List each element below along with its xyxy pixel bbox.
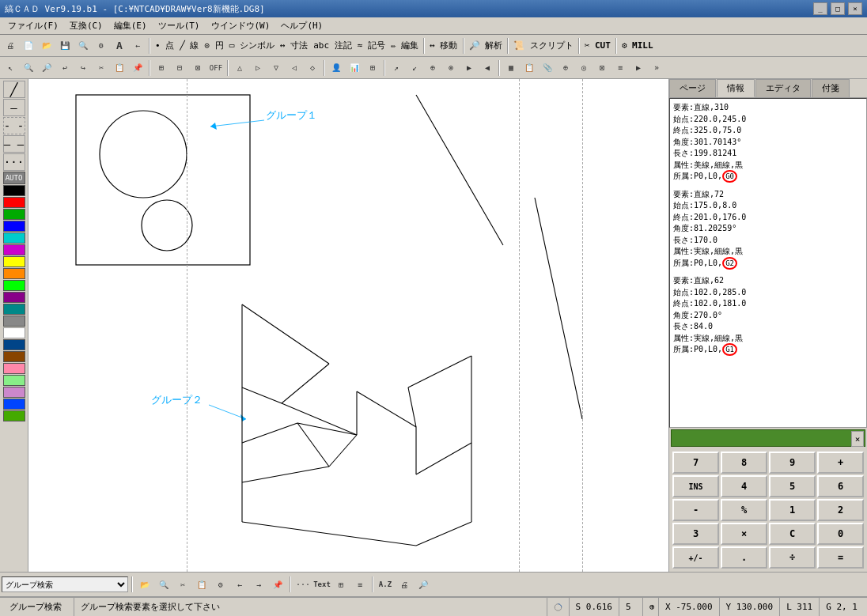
tab-editor[interactable]: エディタ [755,79,811,97]
analyze-label[interactable]: 🔎 解析 [467,40,505,51]
bt-folder-icon[interactable]: 📂 [136,576,153,593]
diag2-icon[interactable]: ↙ [406,59,423,77]
bt-dots-icon[interactable]: ··· [294,576,312,593]
num-ins-btn[interactable]: INS [672,475,719,497]
line-label[interactable]: ╱ 線 [177,40,201,51]
color-lime[interactable] [3,280,25,291]
redo-icon[interactable]: ↪ [74,59,92,77]
paste-icon[interactable]: 📌 [129,59,146,77]
num-c-btn[interactable]: C [769,523,816,545]
cut2-icon[interactable]: ✂ [93,59,110,77]
open-icon[interactable]: 📂 [38,37,55,55]
close-button[interactable]: × [848,2,862,15]
user-icon[interactable]: 👤 [327,59,345,77]
circ-icon[interactable]: ⊕ [557,59,574,77]
symbol-label[interactable]: ▭ シンボル [227,40,277,51]
num-plus-btn[interactable]: + [817,452,864,474]
play-icon[interactable]: ▶ [460,59,478,77]
num-sign-btn[interactable]: +/- [672,546,719,569]
bt-cut-icon[interactable]: ✂ [174,576,191,593]
off-icon[interactable]: OFF [207,59,225,77]
list-icon[interactable]: ≡ [611,59,629,77]
canvas-area[interactable]: グループ１ グループ２ [28,79,669,572]
tab-info[interactable]: 情報 [717,79,755,97]
num-7-btn[interactable]: 7 [672,452,719,474]
color-navy[interactable] [3,339,25,350]
zoom-in-icon[interactable]: 🔍 [20,59,37,77]
color-white[interactable] [3,327,25,338]
color-gray[interactable] [3,316,25,327]
mark-label[interactable]: ≈ 記号 [355,40,388,51]
green-bar-close[interactable]: × [851,431,864,447]
layer-icon[interactable]: ⊠ [189,59,206,77]
num-2-btn[interactable]: 2 [817,499,864,521]
undo-icon[interactable]: ↩ [56,59,74,77]
grid2-icon[interactable]: ⊞ [364,59,381,77]
color-red[interactable] [3,197,25,208]
color-magenta[interactable] [3,244,25,255]
move-label[interactable]: ↔ 移動 [427,40,460,51]
print-icon[interactable]: 🖨 [2,37,19,55]
x2-icon[interactable]: ⊠ [593,59,611,77]
shape2-icon[interactable]: ▷ [249,59,267,77]
edit-label[interactable]: ✏ 編集 [388,40,421,51]
draw-tool-1[interactable]: ╱ [3,81,25,98]
cross2-icon[interactable]: ⊗ [442,59,460,77]
diag1-icon[interactable]: ↗ [388,59,405,77]
chart-icon[interactable]: 📊 [346,59,363,77]
menu-tool[interactable]: ツール(T) [153,18,205,33]
menu-window[interactable]: ウインドウ(W) [206,18,275,33]
cross1-icon[interactable]: ⊕ [424,59,441,77]
line-style-1[interactable]: — [3,99,25,116]
bt-sort2-icon[interactable]: ≡ [351,576,369,593]
color-cyan[interactable] [3,232,25,244]
bt-az-icon[interactable]: A.Z [377,576,394,593]
new-icon[interactable]: 📄 [20,37,37,55]
shape3-icon[interactable]: ▽ [267,59,285,77]
menu-compat[interactable]: 互換(C) [65,18,108,33]
dim-label[interactable]: ↔ 寸法 [278,40,310,51]
num-0-btn[interactable]: 0 [817,523,864,545]
copy2-icon[interactable]: 📋 [521,59,538,77]
color-yellow[interactable] [3,256,25,267]
line-style-3[interactable]: – – [3,135,25,153]
bt-pin-icon[interactable]: 📌 [269,576,286,593]
bt-arrow-r-icon[interactable]: → [250,576,267,593]
save-icon[interactable]: 💾 [56,37,74,55]
num-3-btn[interactable]: 3 [672,523,719,545]
num-mul-btn[interactable]: × [721,523,767,545]
grid-icon[interactable]: ⊞ [153,59,170,77]
shape5-icon[interactable]: ◇ [304,59,321,77]
num-div-btn[interactable]: ÷ [769,546,816,569]
filter-icon[interactable]: ⊟ [171,59,188,77]
right-info-panel[interactable]: 要素:直線,310 始点:220.0,245.0 終点:325.0,75.0 角… [669,98,867,428]
color-brown[interactable] [3,351,25,362]
canvas-svg[interactable]: グループ１ グループ２ [28,79,668,572]
mill-label[interactable]: ⚙ MILL [619,40,656,51]
back-icon[interactable]: ← [129,37,146,55]
num-8-btn[interactable]: 8 [721,452,767,474]
num-minus-btn[interactable]: - [672,499,719,521]
back3-icon[interactable]: ◀ [479,59,496,77]
target-icon[interactable]: ◎ [575,59,593,77]
color-orange[interactable] [3,268,25,279]
menu-file[interactable]: ファイル(F) [3,18,63,33]
text-icon[interactable]: A [111,37,128,55]
sel-icon[interactable]: ↖ [2,59,19,77]
copy-icon[interactable]: 📋 [111,59,128,77]
settings-icon[interactable]: ⚙ [93,37,110,55]
shape4-icon[interactable]: ◁ [286,59,303,77]
shape1-icon[interactable]: △ [231,59,248,77]
num-1-btn[interactable]: 1 [769,499,816,521]
dbl-icon[interactable]: » [648,59,665,77]
bt-paste-icon[interactable]: 📋 [193,576,210,593]
search-icon[interactable]: 🔍 [74,37,92,55]
tab-note[interactable]: 付箋 [812,79,850,97]
color-lightgreen[interactable] [3,375,25,386]
minimize-button[interactable]: _ [813,2,827,15]
num-dot-btn[interactable]: . [721,546,767,569]
color-darkgreen[interactable] [3,410,25,421]
num-6-btn[interactable]: 6 [817,475,864,497]
num-eq-btn[interactable]: = [817,546,864,569]
color-green[interactable] [3,209,25,220]
